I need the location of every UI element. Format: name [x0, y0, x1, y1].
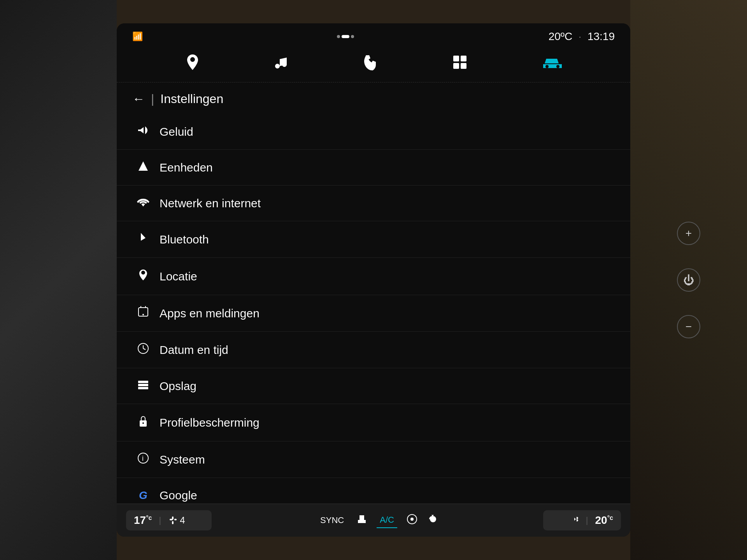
- sync-button[interactable]: SYNC: [317, 513, 347, 528]
- menu-item-eenheden[interactable]: Eenheden: [117, 150, 630, 186]
- right-panel: + ⏻ −: [630, 0, 747, 560]
- menu-item-netwerk[interactable]: Netwerk en internet: [117, 186, 630, 221]
- nav-navigation-icon[interactable]: [177, 51, 208, 77]
- lock-icon: [136, 415, 150, 430]
- heated-seat-icon[interactable]: [356, 514, 367, 527]
- svg-rect-11: [138, 384, 148, 386]
- bluetooth-icon: [136, 232, 150, 247]
- fan-level: 4: [180, 515, 185, 526]
- bottom-right-climate: | 20°c: [543, 510, 621, 530]
- svg-rect-3: [461, 63, 466, 69]
- dot-indicator: [337, 35, 354, 38]
- menu-item-apps[interactable]: Apps en meldingen: [117, 295, 630, 332]
- svg-rect-10: [138, 381, 148, 383]
- time-display: 13:19: [587, 30, 615, 43]
- page-title: Instellingen: [160, 92, 223, 106]
- menu-label-google: Google: [160, 489, 197, 502]
- main-screen: 📶 20ºC · 13:19: [117, 23, 630, 537]
- menu-label-locatie: Locatie: [160, 270, 197, 283]
- nav-car-icon[interactable]: [534, 52, 570, 76]
- menu-label-profiel: Profielbescherming: [160, 416, 260, 429]
- wifi-icon: 📶: [132, 32, 143, 42]
- ac-button[interactable]: A/C: [377, 513, 397, 528]
- status-left: 📶: [132, 32, 143, 42]
- menu-item-google[interactable]: G Google: [117, 478, 630, 504]
- menu-label-apps: Apps en meldingen: [160, 307, 260, 320]
- svg-rect-12: [138, 387, 148, 389]
- svg-line-9: [143, 348, 146, 350]
- status-right: 20ºC · 13:19: [549, 30, 615, 43]
- sound-icon: [136, 125, 150, 138]
- system-icon: i: [136, 452, 150, 467]
- svg-point-18: [410, 518, 414, 521]
- bottom-bar: 17°c | 4 SYNC A/C: [117, 504, 630, 537]
- airflow-icon: [568, 514, 579, 527]
- header-separator: |: [151, 92, 154, 106]
- bottom-right-sep: |: [586, 515, 588, 525]
- right-temp-value: 20°c: [595, 514, 613, 527]
- fan-info: 4: [168, 515, 185, 526]
- nav-phone-icon[interactable]: [356, 51, 386, 77]
- wifi-settings-icon: [136, 196, 150, 210]
- bottom-left-sep: |: [159, 515, 161, 525]
- menu-item-datum[interactable]: Datum en tijd: [117, 332, 630, 368]
- menu-label-eenheden: Eenheden: [160, 161, 213, 174]
- menu-item-bluetooth[interactable]: Bluetooth: [117, 221, 630, 258]
- left-temp-value: 17°c: [134, 514, 152, 527]
- menu-item-profiel[interactable]: Profielbescherming: [117, 404, 630, 441]
- menu-label-datum: Datum en tijd: [160, 343, 228, 357]
- google-icon: G: [136, 489, 150, 502]
- svg-point-6: [142, 314, 144, 315]
- nav-media-icon[interactable]: [267, 51, 297, 77]
- menu-label-systeem: Systeem: [160, 453, 205, 466]
- dot-1: [337, 35, 340, 38]
- back-button[interactable]: ←: [132, 92, 145, 106]
- status-center: [337, 35, 354, 38]
- menu-item-locatie[interactable]: Locatie: [117, 258, 630, 295]
- right-temp-unit: °c: [607, 514, 613, 521]
- power-button[interactable]: ⏻: [677, 268, 700, 292]
- menu-item-systeem[interactable]: i Systeem: [117, 441, 630, 478]
- page-header: ← | Instellingen: [117, 82, 630, 114]
- dot-active: [342, 35, 349, 38]
- outer-wrapper: + ⏻ − 📶 20ºC · 13:19: [0, 0, 747, 560]
- svg-point-14: [142, 422, 144, 424]
- status-dot-separator: ·: [579, 31, 581, 42]
- svg-marker-4: [139, 161, 148, 171]
- location-icon: [136, 269, 150, 284]
- menu-item-opslag[interactable]: Opslag: [117, 368, 630, 404]
- bottom-center-controls: SYNC A/C: [212, 513, 543, 528]
- svg-rect-0: [453, 56, 459, 61]
- temperature-display: 20ºC: [549, 30, 573, 43]
- top-navigation: [117, 46, 630, 82]
- settings-content: ← | Instellingen Geluid E: [117, 82, 630, 504]
- svg-rect-1: [461, 56, 466, 61]
- nav-apps-icon[interactable]: [445, 52, 475, 76]
- units-icon: [136, 161, 150, 174]
- apps-notifications-icon: [136, 306, 150, 320]
- storage-icon: [136, 379, 150, 393]
- svg-text:i: i: [142, 455, 144, 462]
- menu-label-netwerk: Netwerk en internet: [160, 197, 261, 210]
- datetime-icon: [136, 343, 150, 357]
- svg-rect-2: [453, 63, 459, 69]
- menu-item-geluid[interactable]: Geluid: [117, 114, 630, 150]
- left-temp-unit: °c: [146, 514, 152, 521]
- volume-up-button[interactable]: +: [677, 222, 700, 245]
- left-panel: [0, 0, 117, 560]
- bottom-left-climate: 17°c | 4: [126, 510, 212, 530]
- dot-2: [351, 35, 354, 38]
- menu-label-bluetooth: Bluetooth: [160, 233, 209, 246]
- status-bar: 📶 20ºC · 13:19: [117, 23, 630, 46]
- menu-label-opslag: Opslag: [160, 380, 196, 393]
- volume-down-button[interactable]: −: [677, 315, 700, 338]
- recirculate-icon[interactable]: [427, 514, 438, 527]
- heated-wheel-icon[interactable]: [407, 514, 417, 527]
- fan-icon: [168, 516, 177, 525]
- menu-label-geluid: Geluid: [160, 125, 193, 138]
